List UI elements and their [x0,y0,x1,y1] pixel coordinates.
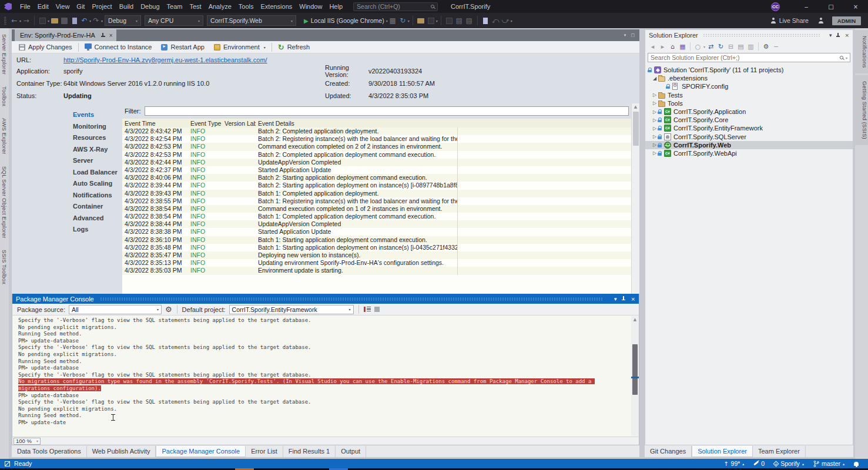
tool-window-tab[interactable]: Package Manager Console [156,446,246,457]
environment-nav-item[interactable]: Logs [67,224,122,236]
pending-changes-filter-icon[interactable]: ○ [693,43,702,51]
redo-dropdown[interactable]: ▾ [101,19,103,23]
connect-to-instance-button[interactable]: Connect to Instance [80,41,157,53]
refresh-button[interactable]: ↻Refresh [273,41,314,53]
menu-item[interactable]: Help [326,0,346,13]
pmc-title-bar[interactable]: Package Manager Console ▾ × [12,294,639,304]
properties-icon[interactable]: ▥ [746,43,755,51]
event-row[interactable]: 4/3/2022 8:38:54 PM INFO Batch 1: Comple… [122,213,631,220]
menu-item[interactable]: View [52,0,73,13]
expander-icon[interactable] [652,100,658,106]
environment-nav-item[interactable]: Server [67,155,122,167]
open-file-icon[interactable] [50,16,59,25]
event-row[interactable]: 4/3/2022 8:38:54 PM INFO Command executi… [122,205,631,213]
navigate-back-dropdown[interactable]: ▾ [19,19,21,23]
filter-dropdown-icon[interactable]: ▾ [703,45,705,49]
close-tab-icon[interactable]: × [109,32,113,39]
event-row[interactable]: 4/3/2022 8:42:53 PM INFO Batch 2: Comple… [122,151,631,159]
environment-url-link[interactable]: http://Sporify-Prod-Env-HA.zvy8rgermj.eu… [63,56,267,63]
zoom-level-dropdown[interactable]: 100 % ▾ [14,438,41,445]
sync-with-active-document-icon[interactable]: ⇄ [706,43,715,51]
admin-badge[interactable]: ADMIN [832,16,861,25]
tool-window-tab[interactable]: Team Explorer [753,446,806,457]
account-avatar[interactable]: CC [771,2,780,11]
menu-item[interactable]: Project [88,0,115,13]
menu-item[interactable]: Build [116,0,137,13]
tree-item[interactable]: CorrIT.Sporify.SQLServer [645,133,853,141]
environment-nav-item[interactable]: Advanced [67,213,122,224]
navigate-back-icon[interactable]: ← [10,16,19,25]
solution-search-box[interactable]: ▾ [648,53,850,62]
show-all-files-icon[interactable]: ▤ [736,43,745,51]
tree-item[interactable]: CorrIT.Sporify.EntityFramework [645,124,853,132]
toolbar-overflow[interactable]: ▾ [436,19,438,23]
menu-item[interactable]: Test [186,0,205,13]
package-source-dropdown[interactable]: All▾ [69,305,162,314]
collapse-all-icon[interactable]: ⊟ [726,43,735,51]
document-scrollbar[interactable]: ▲ [631,103,639,294]
environment-nav-item[interactable]: Resources [67,132,122,144]
environment-menu-button[interactable]: Environment▾ [209,41,270,53]
environment-nav-item[interactable]: Notifications [67,190,122,202]
console-output[interactable]: Specify the '-Verbose' flag to view the … [12,315,639,437]
home-icon[interactable]: ⌂ [668,43,677,51]
pin-icon[interactable] [836,33,840,38]
tool-window-tab[interactable]: Server Explorer [1,28,8,80]
bookmark-icon[interactable] [481,16,490,25]
start-debugging-icon[interactable]: ▶ [304,18,309,24]
live-share-label[interactable]: Live Share [779,17,809,24]
apply-changes-button[interactable]: Apply Changes [14,41,77,53]
restore-button[interactable]: □ [819,0,843,13]
document-list-dropdown-icon[interactable]: ▾ [624,33,626,38]
menu-item[interactable]: Edit [34,0,52,13]
environment-nav-item[interactable]: Events [67,109,122,121]
event-row[interactable]: 4/3/2022 8:39:43 PM INFO Batch 1: Comple… [122,190,631,197]
event-row[interactable]: 4/3/2022 8:36:10 PM INFO Batch 1: Starti… [122,236,631,244]
startup-project-dropdown[interactable]: CorrIT.Sporify.Web▾ [207,15,296,26]
event-row[interactable]: 4/3/2022 8:42:54 PM INFO Batch 2: Regist… [122,135,631,143]
expander-icon[interactable] [652,92,658,98]
notifications-bell-icon[interactable] [854,462,859,466]
menu-item[interactable]: Analyze [205,0,235,13]
column-header[interactable]: Event Details [256,120,458,127]
event-row[interactable]: 4/3/2022 8:42:44 PM INFO UpdateAppVersio… [122,159,631,166]
scrollbar-thumb[interactable] [632,344,638,395]
event-row[interactable]: 4/3/2022 8:42:53 PM INFO Command executi… [122,143,631,150]
pmc-scrollbar[interactable]: ▲ [631,316,639,436]
restart-icon[interactable]: ↻ [398,16,407,25]
minimize-button[interactable]: – [794,0,819,13]
event-row[interactable]: 4/3/2022 8:35:47 PM INFO Deploying new v… [122,251,631,259]
refresh-icon[interactable]: ↻ [716,43,725,51]
pending-edits-status[interactable]: 0 [753,460,765,467]
restart-dropdown[interactable]: ▾ [408,19,410,23]
live-share-icon[interactable] [770,18,776,24]
wrench-icon[interactable]: ⚙ [762,43,770,51]
event-row[interactable]: 4/3/2022 8:40:06 PM INFO Batch 2: Starti… [122,174,631,182]
tool-window-tab[interactable]: SQL Server Object Explorer [1,160,8,244]
menu-item[interactable]: Debug [137,0,163,13]
column-header[interactable]: Version Label [222,120,256,127]
environment-nav-item[interactable]: Monitoring [67,121,122,133]
toolbar-overflow[interactable]: ▾ [511,19,512,23]
close-icon[interactable]: × [844,32,849,38]
environment-nav-item[interactable]: AWS X-Ray [67,144,122,156]
solution-platform-dropdown[interactable]: Any CPU▾ [145,15,203,26]
solution-search-input[interactable] [651,54,840,61]
close-icon[interactable]: × [631,296,635,302]
event-row[interactable]: 4/3/2022 8:38:38 PM INFO Started Applica… [122,228,631,236]
toolbar-grip[interactable] [4,16,6,25]
search-options-dropdown[interactable]: ▾ [846,56,847,60]
quick-search-box[interactable]: Search (Ctrl+Q) [353,2,438,11]
tree-item[interactable]: Solution 'CorrIT.Sporify' (11 of 11 proj… [645,66,853,74]
switch-views-icon[interactable]: ▦ [678,43,687,51]
menu-item[interactable]: Tools [235,0,257,13]
menu-item[interactable]: File [16,0,34,13]
forward-icon[interactable]: ▸ [658,43,667,51]
tool-window-tab[interactable]: Output [336,446,366,457]
tree-item[interactable]: CorrIT.Sporify.WebApi [645,149,853,157]
tool-window-tab[interactable]: SSIS Toolbox [1,244,8,290]
expander-icon[interactable] [652,118,658,123]
event-row[interactable]: 4/3/2022 8:38:55 PM INFO Batch 1: Regist… [122,197,631,205]
event-row[interactable]: 4/3/2022 8:35:48 PM INFO Batch 1: Starti… [122,244,631,251]
default-project-dropdown[interactable]: CorrIT.Sporify.EntityFramework▾ [229,305,354,314]
